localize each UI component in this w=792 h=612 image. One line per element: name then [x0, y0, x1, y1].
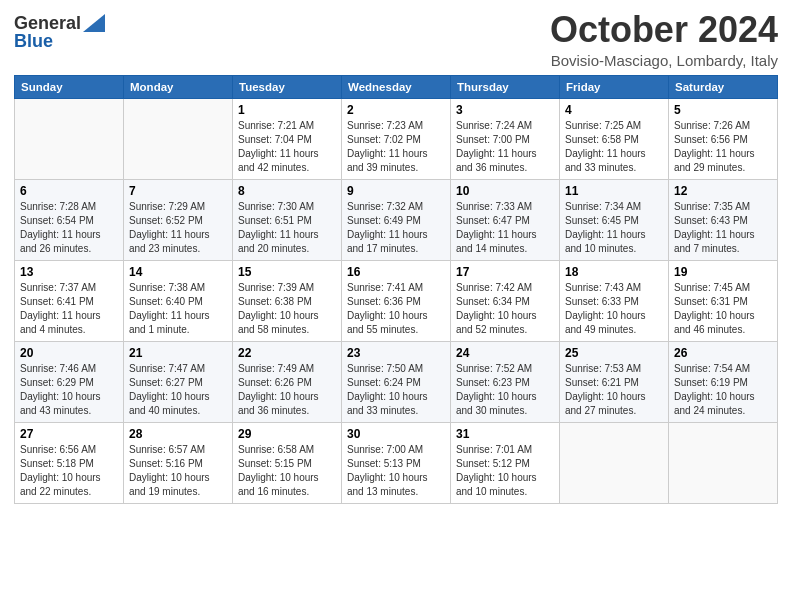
- calendar-cell: [124, 98, 233, 179]
- logo-blue-text: Blue: [14, 32, 53, 50]
- calendar-cell: 7Sunrise: 7:29 AM Sunset: 6:52 PM Daylig…: [124, 179, 233, 260]
- calendar-cell: 31Sunrise: 7:01 AM Sunset: 5:12 PM Dayli…: [451, 422, 560, 503]
- day-number: 12: [674, 184, 772, 198]
- day-info: Sunrise: 7:54 AM Sunset: 6:19 PM Dayligh…: [674, 362, 772, 418]
- day-number: 23: [347, 346, 445, 360]
- calendar-cell: 19Sunrise: 7:45 AM Sunset: 6:31 PM Dayli…: [669, 260, 778, 341]
- day-info: Sunrise: 7:53 AM Sunset: 6:21 PM Dayligh…: [565, 362, 663, 418]
- day-info: Sunrise: 7:29 AM Sunset: 6:52 PM Dayligh…: [129, 200, 227, 256]
- calendar-cell: 8Sunrise: 7:30 AM Sunset: 6:51 PM Daylig…: [233, 179, 342, 260]
- calendar-cell: 13Sunrise: 7:37 AM Sunset: 6:41 PM Dayli…: [15, 260, 124, 341]
- calendar-cell: [15, 98, 124, 179]
- calendar-cell: 17Sunrise: 7:42 AM Sunset: 6:34 PM Dayli…: [451, 260, 560, 341]
- day-number: 19: [674, 265, 772, 279]
- col-friday: Friday: [560, 75, 669, 98]
- day-info: Sunrise: 7:24 AM Sunset: 7:00 PM Dayligh…: [456, 119, 554, 175]
- day-info: Sunrise: 7:34 AM Sunset: 6:45 PM Dayligh…: [565, 200, 663, 256]
- day-number: 29: [238, 427, 336, 441]
- day-info: Sunrise: 7:33 AM Sunset: 6:47 PM Dayligh…: [456, 200, 554, 256]
- day-number: 21: [129, 346, 227, 360]
- logo: General Blue: [14, 10, 105, 50]
- calendar-cell: 29Sunrise: 6:58 AM Sunset: 5:15 PM Dayli…: [233, 422, 342, 503]
- day-number: 5: [674, 103, 772, 117]
- day-number: 2: [347, 103, 445, 117]
- calendar-cell: 20Sunrise: 7:46 AM Sunset: 6:29 PM Dayli…: [15, 341, 124, 422]
- day-info: Sunrise: 7:25 AM Sunset: 6:58 PM Dayligh…: [565, 119, 663, 175]
- day-info: Sunrise: 7:01 AM Sunset: 5:12 PM Dayligh…: [456, 443, 554, 499]
- day-info: Sunrise: 7:49 AM Sunset: 6:26 PM Dayligh…: [238, 362, 336, 418]
- calendar-week-5: 27Sunrise: 6:56 AM Sunset: 5:18 PM Dayli…: [15, 422, 778, 503]
- logo-general-text: General: [14, 14, 81, 32]
- day-info: Sunrise: 7:26 AM Sunset: 6:56 PM Dayligh…: [674, 119, 772, 175]
- day-number: 26: [674, 346, 772, 360]
- day-number: 4: [565, 103, 663, 117]
- day-info: Sunrise: 7:37 AM Sunset: 6:41 PM Dayligh…: [20, 281, 118, 337]
- calendar-cell: 21Sunrise: 7:47 AM Sunset: 6:27 PM Dayli…: [124, 341, 233, 422]
- day-info: Sunrise: 7:41 AM Sunset: 6:36 PM Dayligh…: [347, 281, 445, 337]
- day-number: 16: [347, 265, 445, 279]
- calendar-week-3: 13Sunrise: 7:37 AM Sunset: 6:41 PM Dayli…: [15, 260, 778, 341]
- day-number: 11: [565, 184, 663, 198]
- day-number: 25: [565, 346, 663, 360]
- day-number: 28: [129, 427, 227, 441]
- day-number: 7: [129, 184, 227, 198]
- calendar-cell: 23Sunrise: 7:50 AM Sunset: 6:24 PM Dayli…: [342, 341, 451, 422]
- day-number: 8: [238, 184, 336, 198]
- day-number: 24: [456, 346, 554, 360]
- day-number: 20: [20, 346, 118, 360]
- day-number: 22: [238, 346, 336, 360]
- day-info: Sunrise: 6:57 AM Sunset: 5:16 PM Dayligh…: [129, 443, 227, 499]
- day-info: Sunrise: 7:39 AM Sunset: 6:38 PM Dayligh…: [238, 281, 336, 337]
- calendar-cell: 4Sunrise: 7:25 AM Sunset: 6:58 PM Daylig…: [560, 98, 669, 179]
- calendar-cell: 11Sunrise: 7:34 AM Sunset: 6:45 PM Dayli…: [560, 179, 669, 260]
- day-info: Sunrise: 7:47 AM Sunset: 6:27 PM Dayligh…: [129, 362, 227, 418]
- day-info: Sunrise: 7:42 AM Sunset: 6:34 PM Dayligh…: [456, 281, 554, 337]
- calendar-cell: 9Sunrise: 7:32 AM Sunset: 6:49 PM Daylig…: [342, 179, 451, 260]
- month-title: October 2024: [550, 10, 778, 50]
- calendar-cell: 16Sunrise: 7:41 AM Sunset: 6:36 PM Dayli…: [342, 260, 451, 341]
- day-number: 30: [347, 427, 445, 441]
- day-info: Sunrise: 6:56 AM Sunset: 5:18 PM Dayligh…: [20, 443, 118, 499]
- day-info: Sunrise: 7:21 AM Sunset: 7:04 PM Dayligh…: [238, 119, 336, 175]
- day-number: 10: [456, 184, 554, 198]
- day-number: 31: [456, 427, 554, 441]
- calendar-cell: 25Sunrise: 7:53 AM Sunset: 6:21 PM Dayli…: [560, 341, 669, 422]
- day-number: 17: [456, 265, 554, 279]
- col-tuesday: Tuesday: [233, 75, 342, 98]
- calendar-cell: 12Sunrise: 7:35 AM Sunset: 6:43 PM Dayli…: [669, 179, 778, 260]
- calendar-cell: 2Sunrise: 7:23 AM Sunset: 7:02 PM Daylig…: [342, 98, 451, 179]
- calendar-cell: [560, 422, 669, 503]
- day-info: Sunrise: 7:28 AM Sunset: 6:54 PM Dayligh…: [20, 200, 118, 256]
- calendar-cell: 28Sunrise: 6:57 AM Sunset: 5:16 PM Dayli…: [124, 422, 233, 503]
- calendar-cell: 18Sunrise: 7:43 AM Sunset: 6:33 PM Dayli…: [560, 260, 669, 341]
- col-thursday: Thursday: [451, 75, 560, 98]
- page-header: General Blue October 2024 Bovisio-Mascia…: [14, 10, 778, 69]
- day-number: 15: [238, 265, 336, 279]
- page-container: General Blue October 2024 Bovisio-Mascia…: [0, 0, 792, 514]
- location-text: Bovisio-Masciago, Lombardy, Italy: [550, 52, 778, 69]
- calendar-cell: 15Sunrise: 7:39 AM Sunset: 6:38 PM Dayli…: [233, 260, 342, 341]
- day-info: Sunrise: 7:43 AM Sunset: 6:33 PM Dayligh…: [565, 281, 663, 337]
- col-monday: Monday: [124, 75, 233, 98]
- day-number: 9: [347, 184, 445, 198]
- day-info: Sunrise: 7:23 AM Sunset: 7:02 PM Dayligh…: [347, 119, 445, 175]
- calendar-cell: 3Sunrise: 7:24 AM Sunset: 7:00 PM Daylig…: [451, 98, 560, 179]
- day-info: Sunrise: 7:00 AM Sunset: 5:13 PM Dayligh…: [347, 443, 445, 499]
- calendar-cell: 6Sunrise: 7:28 AM Sunset: 6:54 PM Daylig…: [15, 179, 124, 260]
- col-sunday: Sunday: [15, 75, 124, 98]
- calendar-week-1: 1Sunrise: 7:21 AM Sunset: 7:04 PM Daylig…: [15, 98, 778, 179]
- day-number: 3: [456, 103, 554, 117]
- calendar-cell: 10Sunrise: 7:33 AM Sunset: 6:47 PM Dayli…: [451, 179, 560, 260]
- day-info: Sunrise: 7:52 AM Sunset: 6:23 PM Dayligh…: [456, 362, 554, 418]
- day-info: Sunrise: 7:45 AM Sunset: 6:31 PM Dayligh…: [674, 281, 772, 337]
- calendar-cell: [669, 422, 778, 503]
- day-info: Sunrise: 7:46 AM Sunset: 6:29 PM Dayligh…: [20, 362, 118, 418]
- day-number: 13: [20, 265, 118, 279]
- calendar-table: Sunday Monday Tuesday Wednesday Thursday…: [14, 75, 778, 504]
- day-info: Sunrise: 7:32 AM Sunset: 6:49 PM Dayligh…: [347, 200, 445, 256]
- col-wednesday: Wednesday: [342, 75, 451, 98]
- day-info: Sunrise: 7:35 AM Sunset: 6:43 PM Dayligh…: [674, 200, 772, 256]
- calendar-cell: 5Sunrise: 7:26 AM Sunset: 6:56 PM Daylig…: [669, 98, 778, 179]
- calendar-cell: 26Sunrise: 7:54 AM Sunset: 6:19 PM Dayli…: [669, 341, 778, 422]
- calendar-week-2: 6Sunrise: 7:28 AM Sunset: 6:54 PM Daylig…: [15, 179, 778, 260]
